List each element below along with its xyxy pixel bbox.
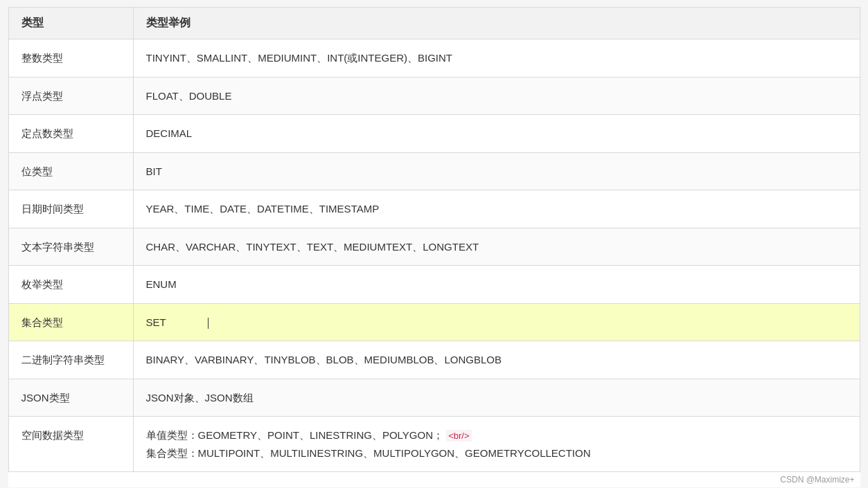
cell-example: CHAR、VARCHAR、TINYTEXT、TEXT、MEDIUMTEXT、LO… — [133, 228, 860, 266]
header-example: 类型举例 — [133, 8, 860, 39]
table-row: 空间数据类型单值类型：GEOMETRY、POINT、LINESTRING、POL… — [8, 417, 860, 472]
cell-type: 文本字符串类型 — [8, 228, 133, 266]
page-wrapper: 类型 类型举例 整数类型TINYINT、SMALLINT、MEDIUMINT、I… — [8, 7, 860, 487]
cell-type: 枚举类型 — [8, 266, 133, 304]
cell-type: 浮点类型 — [8, 77, 133, 115]
cell-type: 定点数类型 — [8, 115, 133, 153]
cell-example: SET — [133, 303, 860, 341]
table-row: 枚举类型ENUM — [8, 266, 860, 304]
cell-type: JSON类型 — [8, 379, 133, 417]
cell-type: 二进制字符串类型 — [8, 341, 133, 379]
table-row: 浮点类型FLOAT、DOUBLE — [8, 77, 860, 115]
cell-type: 整数类型 — [8, 39, 133, 78]
table-row: 位类型BIT — [8, 152, 860, 190]
cell-type: 空间数据类型 — [8, 417, 133, 472]
table-row: 日期时间类型YEAR、TIME、DATE、DATETIME、TIMESTAMP — [8, 190, 860, 228]
cell-type: 集合类型 — [8, 303, 133, 341]
cell-example: FLOAT、DOUBLE — [133, 77, 860, 115]
cell-example: ENUM — [133, 266, 860, 304]
table-row: 集合类型SET — [8, 303, 860, 341]
data-table: 类型 类型举例 整数类型TINYINT、SMALLINT、MEDIUMINT、I… — [8, 7, 860, 472]
cell-example: YEAR、TIME、DATE、DATETIME、TIMESTAMP — [133, 190, 860, 228]
table-row: 文本字符串类型CHAR、VARCHAR、TINYTEXT、TEXT、MEDIUM… — [8, 228, 860, 266]
table-header-row: 类型 类型举例 — [8, 8, 860, 39]
header-type: 类型 — [8, 8, 133, 39]
table-row: 定点数类型DECIMAL — [8, 115, 860, 153]
cell-example: DECIMAL — [133, 115, 860, 153]
table-row: 整数类型TINYINT、SMALLINT、MEDIUMINT、INT(或INTE… — [8, 39, 860, 78]
cell-example: BIT — [133, 152, 860, 190]
cell-type: 日期时间类型 — [8, 190, 133, 228]
cell-example: BINARY、VARBINARY、TINYBLOB、BLOB、MEDIUMBLO… — [133, 341, 860, 379]
table-row: JSON类型JSON对象、JSON数组 — [8, 379, 860, 417]
cell-example: 单值类型：GEOMETRY、POINT、LINESTRING、POLYGON； … — [133, 417, 860, 472]
watermark: CSDN @Maximize+ — [8, 472, 860, 487]
cell-example: TINYINT、SMALLINT、MEDIUMINT、INT(或INTEGER)… — [133, 39, 860, 78]
cell-type: 位类型 — [8, 152, 133, 190]
cell-example: JSON对象、JSON数组 — [133, 379, 860, 417]
table-row: 二进制字符串类型BINARY、VARBINARY、TINYBLOB、BLOB、M… — [8, 341, 860, 379]
